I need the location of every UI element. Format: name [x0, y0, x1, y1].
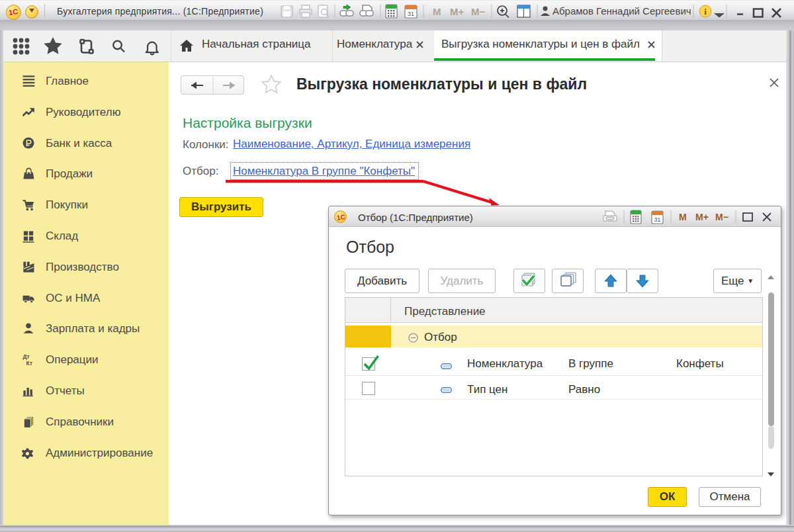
svg-text:31: 31 [408, 11, 414, 17]
svg-text:M: M [679, 212, 687, 222]
svg-text:31: 31 [654, 216, 660, 223]
svg-text:Кт: Кт [26, 360, 32, 367]
svg-text:M+: M+ [695, 212, 709, 222]
svg-text:i: i [704, 7, 707, 17]
svg-text:M+: M+ [450, 6, 464, 17]
svg-text:M−: M− [715, 212, 728, 222]
svg-text:M: M [433, 6, 441, 17]
svg-text:M−: M− [471, 6, 485, 17]
